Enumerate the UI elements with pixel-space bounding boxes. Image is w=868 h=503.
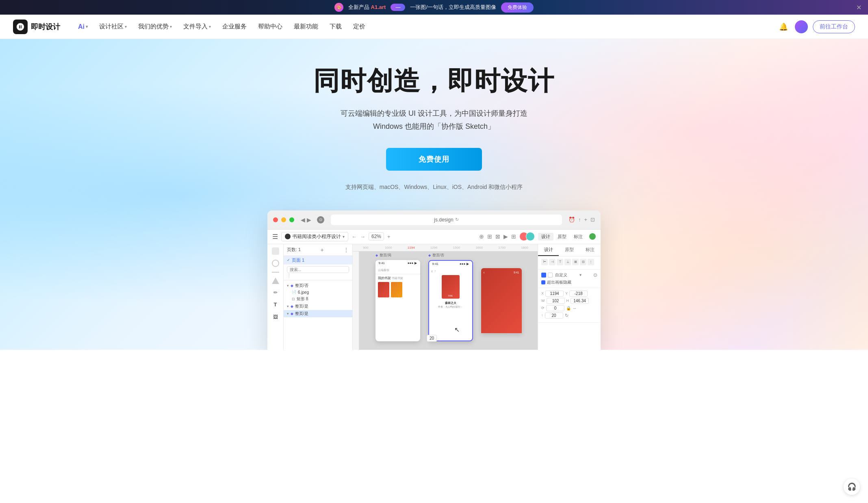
layer-item-2[interactable]: ⊡ 矩形 8: [284, 295, 352, 303]
overflow-checkbox[interactable]: [541, 280, 545, 284]
browser-new-tab-icon[interactable]: +: [584, 217, 587, 223]
nav-item-ai[interactable]: Ai ▾: [73, 21, 93, 33]
h-input[interactable]: [571, 298, 589, 304]
image-tool-icon[interactable]: 🖼: [272, 313, 279, 321]
flip-icon[interactable]: ↔: [573, 306, 577, 310]
layer-options-icon[interactable]: ⋮: [343, 247, 349, 253]
zoom-control[interactable]: 62%: [369, 232, 384, 241]
hero-section: 同时创造，即时设计 可云端编辑的专业级 UI 设计工具，为中国设计师量身打造 W…: [0, 39, 868, 350]
hero-cta-button[interactable]: 免费使用: [386, 148, 482, 171]
nav-item-new[interactable]: 最新功能: [289, 20, 323, 33]
preview-icon[interactable]: ▶: [503, 233, 508, 240]
nav-item-community[interactable]: 设计社区 ▾: [94, 20, 132, 33]
customize-chevron[interactable]: ▾: [579, 273, 582, 277]
y-input[interactable]: [569, 291, 588, 297]
browser-download-icon[interactable]: ↑: [578, 217, 581, 223]
align-top-btn[interactable]: ⊥: [564, 259, 571, 265]
layer-page-item-active[interactable]: ✓ 页面 1: [284, 256, 352, 265]
customize-section: 自定义 ▾ ⊙ 超出画板隐藏: [538, 270, 601, 288]
browser-url-text: js.design: [434, 217, 453, 223]
tab-prototype[interactable]: 原型: [554, 233, 570, 241]
browser-actions: ⏰ ↑ + ⊡: [569, 217, 595, 223]
layer-search-input[interactable]: [287, 266, 349, 273]
right-panel-tabs: 设计 原型 标注: [538, 244, 601, 256]
browser-forward-icon[interactable]: ▶: [307, 217, 311, 223]
traffic-light-yellow[interactable]: [281, 217, 286, 222]
x-input[interactable]: [545, 291, 564, 297]
nav-item-import[interactable]: 文件导入 ▾: [178, 20, 216, 33]
w-h-row: W H: [541, 298, 597, 304]
text-tool-icon[interactable]: T: [272, 301, 279, 308]
grid-icon[interactable]: ⊞: [511, 233, 516, 240]
phone-frame-3[interactable]: ‹ 9:41: [481, 268, 522, 333]
banner-cta-button[interactable]: 免费体验: [501, 2, 534, 13]
undo-icon[interactable]: ←: [352, 234, 357, 240]
nav-item-help[interactable]: 帮助中心: [253, 20, 287, 33]
nav-item-pricing[interactable]: 定价: [348, 20, 370, 33]
frame-tool-icon[interactable]: [272, 247, 279, 255]
customize-settings-icon[interactable]: ⊙: [593, 272, 597, 278]
align-bottom-btn[interactable]: ⊡: [580, 259, 586, 265]
goto-workspace-button[interactable]: 前往工作台: [813, 20, 855, 33]
layer-item-label-2: 矩形 8: [297, 296, 308, 302]
logo-svg: [16, 22, 25, 31]
triangle-tool-icon[interactable]: [272, 278, 279, 284]
back-arrow-icon[interactable]: ‹: [432, 269, 433, 273]
pen-tool-icon[interactable]: ✏: [272, 289, 279, 296]
browser-url-bar[interactable]: js.design ↻: [331, 215, 562, 225]
traffic-light-red[interactable]: [273, 217, 278, 222]
rotation-input[interactable]: [546, 305, 564, 311]
banner-close-button[interactable]: ✕: [856, 4, 861, 11]
right-tab-design-label: 设计: [544, 247, 553, 252]
nav-actions: 🔔 前往工作台: [777, 20, 855, 33]
align-center-h-btn[interactable]: ⊣: [549, 259, 556, 265]
layer-item-3[interactable]: ▾ ◆ 整页/是: [284, 303, 352, 310]
nav-item-download[interactable]: 下载: [325, 20, 347, 33]
component-icon[interactable]: ⊠: [495, 233, 500, 240]
tab-annotation[interactable]: 标注: [571, 233, 586, 241]
traffic-light-green[interactable]: [289, 217, 294, 222]
nav-item-advantages[interactable]: 我们的优势 ▾: [133, 20, 177, 33]
project-name[interactable]: 书籍阅读类小程序设计 ▾: [281, 232, 348, 241]
layer-item-4-selected[interactable]: ▾ ◆ 整页/是: [284, 310, 352, 317]
right-tab-prototype[interactable]: 原型: [559, 244, 579, 256]
line-tool-icon[interactable]: [272, 272, 279, 273]
nav-new-label: 最新功能: [294, 23, 318, 30]
circle-tool-icon[interactable]: [272, 260, 279, 267]
hamburger-icon[interactable]: ☰: [272, 233, 278, 241]
layer-item-1[interactable]: 📄 6.jpeg: [284, 289, 352, 295]
add-page-icon[interactable]: +: [321, 247, 324, 253]
share-icon-2[interactable]: ↑: [434, 269, 436, 273]
bottom-val-input[interactable]: [545, 312, 563, 319]
right-tab-annotation[interactable]: 标注: [580, 244, 601, 256]
phone-frame-1[interactable]: 9:41 ●●● ▶ 云端备份 我的书架 书籍书架: [375, 260, 420, 341]
phone-frame-2-selected[interactable]: 9:41 ●●● ▶ ‹ ↑ FIRE: [428, 260, 473, 341]
frame-icon[interactable]: ⊞: [487, 233, 492, 240]
layer-item-label-3: 整页/是: [295, 304, 308, 309]
right-tab-design[interactable]: 设计: [538, 244, 559, 256]
align-left-btn[interactable]: ⊢: [541, 259, 548, 265]
nav-item-enterprise[interactable]: 企业服务: [217, 20, 252, 33]
user-avatar[interactable]: [795, 20, 808, 33]
align-right-btn[interactable]: ⊤: [557, 259, 563, 265]
w-input[interactable]: [547, 298, 565, 304]
browser-share-icon[interactable]: ⏰: [569, 217, 575, 223]
move-icon[interactable]: ⊕: [479, 233, 484, 240]
canvas-area[interactable]: 900 1000 1194 1296 1500 1600 1700 1800 ◆: [353, 244, 538, 350]
layer-item-0[interactable]: ▾ ◆ 整页/否: [284, 282, 352, 289]
lock-icon[interactable]: 🔒: [566, 306, 571, 310]
layer-item-label-0: 整页/否: [295, 283, 308, 288]
nav-community-label: 设计社区: [99, 23, 124, 30]
layer-search-options-icon[interactable]: ⋮: [287, 273, 291, 278]
redo-icon[interactable]: →: [360, 234, 365, 240]
logo-link[interactable]: 即时设计: [13, 20, 60, 34]
tab-design[interactable]: 设计: [538, 233, 553, 241]
browser-back-icon[interactable]: ◀: [301, 217, 305, 223]
distribute-btn[interactable]: ⋮: [588, 259, 594, 265]
bottom-reset-icon[interactable]: ↻: [565, 313, 569, 318]
bell-icon[interactable]: 🔔: [777, 20, 790, 33]
align-center-v-btn[interactable]: ⊞: [572, 259, 579, 265]
zoom-plus-icon[interactable]: +: [387, 234, 391, 240]
browser-fullscreen-icon[interactable]: ⊡: [590, 217, 595, 223]
back-arrow-3[interactable]: ‹: [484, 271, 485, 275]
